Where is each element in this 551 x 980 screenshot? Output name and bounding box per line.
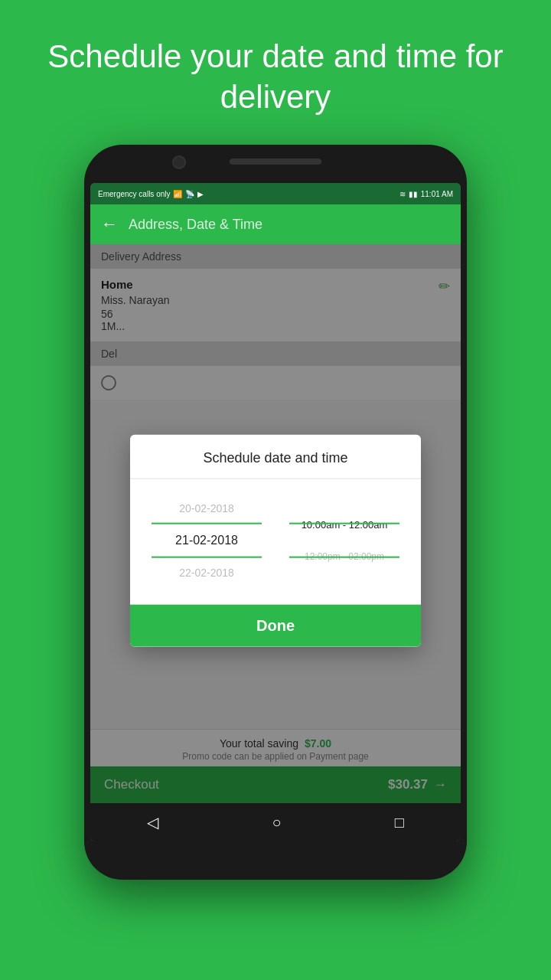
time-item-0[interactable]: 10:00am - 12:00am [276, 508, 413, 541]
wifi-icon: 📶 [173, 190, 182, 198]
time-display: 11:01 AM [421, 190, 453, 198]
nav-bar: ◁ ○ □ [90, 803, 461, 841]
signal-icon: 📡 [185, 190, 194, 198]
schedule-modal: Schedule date and time 20-02-2018 21-02-… [130, 435, 421, 647]
modal-title: Schedule date and time [130, 435, 421, 479]
wifi-signal-icon: ≋ [399, 190, 406, 198]
time-picker-col[interactable]: 10:00am - 12:00am 12:00pm - 02:00pm [276, 479, 413, 602]
app-bar-title: Address, Date & Time [129, 217, 262, 233]
nav-recents-icon[interactable]: □ [395, 814, 404, 831]
status-bar-left: Emergency calls only 📶 📡 ▶ [98, 190, 204, 198]
content-area: Delivery Address Home Miss. Narayan 56 1… [90, 244, 461, 803]
hero-title: Schedule your date and time for delivery [46, 37, 505, 117]
hero-section: Schedule your date and time for delivery [0, 0, 551, 145]
phone-mockup: Emergency calls only 📶 📡 ▶ ≋ ▮▮ 11:01 AM… [84, 145, 467, 880]
play-icon: ▶ [197, 190, 204, 198]
status-bar-right: ≋ ▮▮ 11:01 AM [399, 190, 453, 198]
status-bar: Emergency calls only 📶 📡 ▶ ≋ ▮▮ 11:01 AM [90, 183, 461, 204]
nav-back-icon[interactable]: ◁ [147, 813, 158, 831]
modal-pickers: 20-02-2018 21-02-2018 22-02-2018 [130, 479, 421, 602]
emergency-text: Emergency calls only [98, 190, 170, 198]
date-item-2[interactable]: 22-02-2018 [138, 557, 276, 589]
battery-icon: ▮▮ [409, 190, 418, 198]
phone-speaker [230, 158, 321, 165]
phone-camera [172, 155, 186, 169]
app-bar: ← Address, Date & Time [90, 204, 461, 244]
done-button[interactable]: Done [130, 605, 421, 647]
phone-screen: Emergency calls only 📶 📡 ▶ ≋ ▮▮ 11:01 AM… [90, 183, 461, 841]
date-item-1[interactable]: 21-02-2018 [138, 524, 276, 557]
date-picker-col[interactable]: 20-02-2018 21-02-2018 22-02-2018 [138, 479, 276, 602]
nav-home-icon[interactable]: ○ [272, 814, 281, 831]
back-arrow-icon[interactable]: ← [101, 214, 118, 234]
date-item-0[interactable]: 20-02-2018 [138, 492, 276, 524]
time-item-1[interactable]: 12:00pm - 02:00pm [276, 541, 413, 573]
